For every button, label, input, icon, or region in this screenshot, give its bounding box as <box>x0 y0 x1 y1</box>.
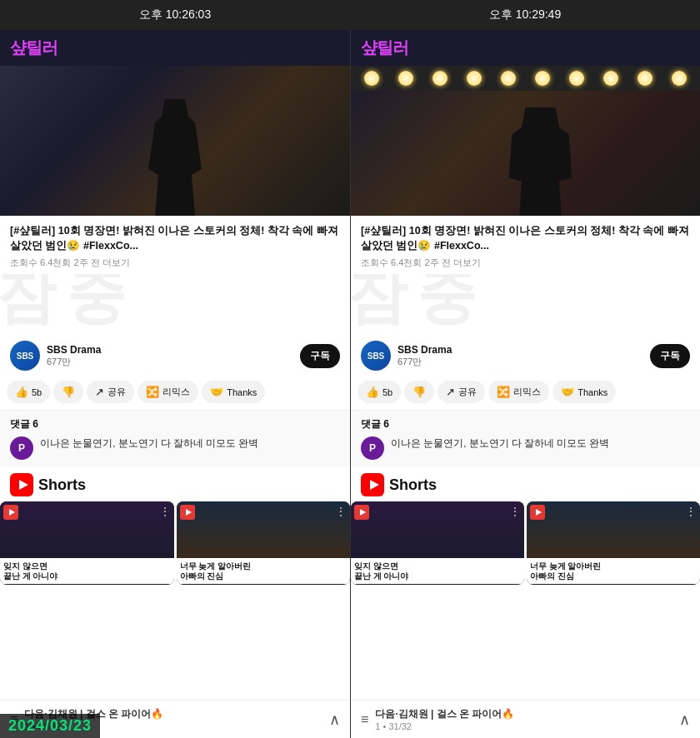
like-count-left: 5b <box>32 387 42 397</box>
comment-avatar-right: P <box>361 436 384 460</box>
remix-label-left: 리믹스 <box>162 386 190 398</box>
bulb-4 <box>467 71 482 86</box>
short-thumb-2-left: ⋮ <box>177 501 351 558</box>
status-time-left: 오후 10:26:03 <box>0 7 350 22</box>
video-meta-left: 조회수 6.4천회 2주 전 더보기 <box>10 257 340 269</box>
short-title-2-left: 너무 늦게 알아버린아빠의 진심 <box>177 558 351 584</box>
share-button-right[interactable]: ↗ 공유 <box>438 381 485 403</box>
bulb-row-right <box>351 66 700 91</box>
video-thumbnail-right[interactable] <box>351 66 700 216</box>
video-thumbnail-left[interactable] <box>0 66 350 216</box>
short-badge-2-left <box>180 505 195 520</box>
shorts-label-left: Shorts <box>38 476 86 494</box>
bulb-8 <box>603 71 618 86</box>
shorts-section-right: Shorts <box>351 466 700 496</box>
dislike-button-right[interactable]: 👎 <box>404 381 434 403</box>
status-bar: 오후 10:26:03 오후 10:29:49 <box>0 0 700 30</box>
shorts-section-left: Shorts <box>0 466 350 496</box>
comment-row-left: P 이나은 눈물연기, 분노연기 다 잘하네 미모도 완벽 <box>10 436 340 460</box>
like-button-right[interactable]: 👍 5b <box>358 381 401 403</box>
date-overlay: 2024/03/23 <box>0 714 100 738</box>
share-label-left: 공유 <box>108 386 126 398</box>
short-menu-1-right[interactable]: ⋮ <box>509 505 521 518</box>
thanks-label-right: Thanks <box>578 387 608 397</box>
channel-info-left: SBS Drama 677만 <box>47 344 300 368</box>
share-icon-left: ↗ <box>95 386 104 398</box>
bulb-2 <box>398 71 413 86</box>
app-header-right: 샾틸러 <box>351 30 700 66</box>
short-card-2-left[interactable]: ⋮ 너무 늦게 알아버린아빠의 진심 <box>177 501 351 585</box>
short-card-1-right[interactable]: ⋮ 잊지 않으면끝난 게 아니야 <box>351 501 524 585</box>
short-thumb-1-right: ⋮ <box>351 501 524 558</box>
short-badge-1-right <box>354 505 369 520</box>
short-title-1-right: 잊지 않으면끝난 게 아니야 <box>351 558 524 584</box>
subscribe-button-left[interactable]: 구독 <box>300 344 340 368</box>
short-menu-2-left[interactable]: ⋮ <box>335 505 347 518</box>
short-menu-1-left[interactable]: ⋮ <box>159 505 171 518</box>
thanks-button-left[interactable]: 🤝 Thanks <box>202 381 265 403</box>
short-title-1-left: 잊지 않으면끝난 게 아니야 <box>0 558 174 584</box>
like-button-left[interactable]: 👍 5b <box>7 381 50 403</box>
channel-name-right: SBS Drama <box>398 344 650 356</box>
bottom-main-right: 다음·김채원 | 걸스 온 파이어🔥 <box>375 707 672 721</box>
channel-avatar-left: SBS <box>10 341 40 371</box>
shorts-row-right: ⋮ 잊지 않으면끝난 게 아니야 ⋮ 너무 늦게 알아버린아빠의 진심 <box>351 496 700 585</box>
short-card-1-left[interactable]: ⋮ 잊지 않으면끝난 게 아니야 <box>0 501 174 585</box>
channel-row-left: SBS SBS Drama 677만 구독 <box>0 341 350 377</box>
comment-avatar-left: P <box>10 436 33 460</box>
panel-right: 샾틸러 [#샾틸러] 10회 명장면! 밝혀진 이나은 스토커의 정체! 착각 … <box>350 30 700 738</box>
video-info-right: [#샾틸러] 10회 명장면! 밝혀진 이나은 스토커의 정체! 착각 속에 빠… <box>351 216 700 274</box>
bottom-sub-right: 1 • 31/32 <box>375 721 672 731</box>
action-row-right: 👍 5b 👎 ↗ 공유 🔀 리믹스 🤝 Thanks <box>351 377 700 410</box>
bulb-9 <box>638 71 652 86</box>
video-info-left: [#샾틸러] 10회 명장면! 밝혀진 이나은 스토커의 정체! 착각 속에 빠… <box>0 216 350 274</box>
chevron-up-right[interactable]: ∧ <box>679 711 690 729</box>
thanks-button-right[interactable]: 🤝 Thanks <box>552 381 616 403</box>
figure-silhouette-right <box>503 107 578 216</box>
bulb-10 <box>672 71 687 86</box>
share-button-left[interactable]: ↗ 공유 <box>87 381 134 403</box>
comment-text-left: 이나은 눈물연기, 분노연기 다 잘하네 미모도 완벽 <box>40 436 258 450</box>
share-label-right: 공유 <box>458 386 477 398</box>
channel-subs-left: 677만 <box>47 356 300 368</box>
comments-label-left: 댓글 6 <box>10 417 340 431</box>
thanks-icon-left: 🤝 <box>210 386 223 398</box>
watermark-left: 잠 중 <box>0 274 350 341</box>
remix-icon-right: 🔀 <box>497 386 510 398</box>
bottom-bar-text-right: 다음·김채원 | 걸스 온 파이어🔥 1 • 31/32 <box>375 707 672 731</box>
short-badge-2-right <box>530 505 545 520</box>
remix-button-right[interactable]: 🔀 리믹스 <box>488 381 549 403</box>
action-row-left: 👍 5b 👎 ↗ 공유 🔀 리믹스 🤝 Thanks <box>0 377 350 410</box>
short-card-2-right[interactable]: ⋮ 너무 늦게 알아버린아빠의 진심 <box>527 501 700 585</box>
video-title-left: [#샾틸러] 10회 명장면! 밝혀진 이나은 스토커의 정체! 착각 속에 빠… <box>10 224 340 253</box>
short-title-2-right: 너무 늦게 알아버린아빠의 진심 <box>527 558 700 584</box>
bulb-7 <box>569 71 584 86</box>
channel-info-right: SBS Drama 677만 <box>398 344 650 368</box>
comments-label-right: 댓글 6 <box>361 417 690 431</box>
comment-row-right: P 이나은 눈물연기, 분노연기 다 잘하네 미모도 완벽 <box>361 436 690 460</box>
channel-name-left: SBS Drama <box>47 344 300 356</box>
channel-subs-right: 677만 <box>398 356 650 368</box>
share-icon-right: ↗ <box>446 386 455 398</box>
shorts-row-left: ⋮ 잊지 않으면끝난 게 아니야 ⋮ 너무 늦게 알아버린아빠의 진심 <box>0 496 350 585</box>
short-menu-2-right[interactable]: ⋮ <box>685 505 697 518</box>
watermark-text-right: 잠 중 <box>351 274 473 326</box>
remix-button-left[interactable]: 🔀 리믹스 <box>138 381 198 403</box>
short-thumb-1-left: ⋮ <box>0 501 174 558</box>
video-meta-right: 조회수 6.4천회 2주 전 더보기 <box>361 257 690 269</box>
chevron-up-left[interactable]: ∧ <box>329 711 340 729</box>
channel-avatar-right: SBS <box>361 341 391 371</box>
shorts-label-right: Shorts <box>389 476 437 494</box>
watermark-right: 잠 중 <box>351 274 700 341</box>
panel-left: 샾틸러 [#샾틸러] 10회 명장면! 밝혀진 이나은 스토커의 정체! 착각 … <box>0 30 350 738</box>
comment-text-right: 이나은 눈물연기, 분노연기 다 잘하네 미모도 완벽 <box>391 436 609 450</box>
panels-container: 샾틸러 [#샾틸러] 10회 명장면! 밝혀진 이나은 스토커의 정체! 착각 … <box>0 30 700 738</box>
video-title-right: [#샾틸러] 10회 명장면! 밝혀진 이나은 스토커의 정체! 착각 속에 빠… <box>361 224 690 253</box>
dislike-button-left[interactable]: 👎 <box>53 381 83 403</box>
figure-silhouette-left <box>142 99 208 216</box>
subscribe-button-right[interactable]: 구독 <box>650 344 690 368</box>
dislike-icon-right: 👎 <box>412 386 426 398</box>
bulb-6 <box>535 71 550 86</box>
bulb-3 <box>432 71 448 86</box>
dislike-icon-left: 👎 <box>62 386 75 398</box>
